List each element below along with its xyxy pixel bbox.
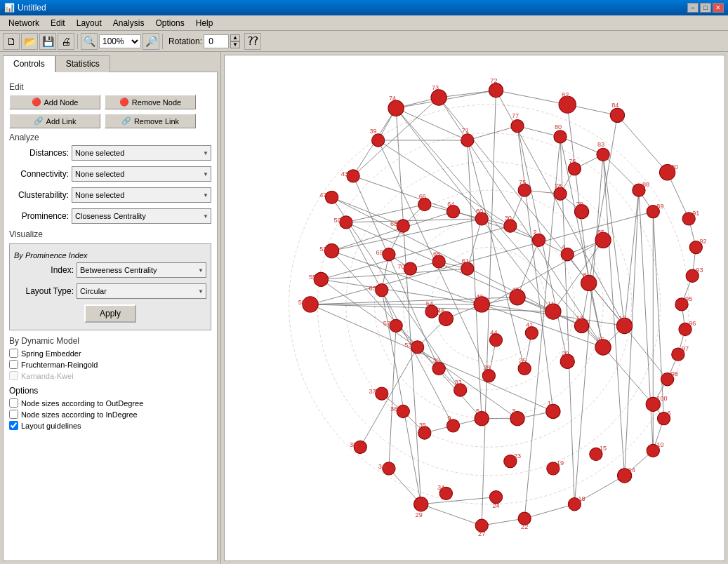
svg-line-128 xyxy=(468,219,482,269)
svg-point-268 xyxy=(397,405,409,417)
svg-line-7 xyxy=(421,504,482,526)
zoom-tool-button[interactable]: 🔎 xyxy=(143,33,159,50)
svg-text:42: 42 xyxy=(476,293,483,300)
tab-controls[interactable]: Controls xyxy=(3,55,55,72)
zoom-out-button[interactable]: 🔍 xyxy=(81,33,98,50)
svg-line-99 xyxy=(653,212,663,419)
svg-point-246 xyxy=(390,319,402,332)
rotation-down[interactable]: ▼ xyxy=(230,41,240,48)
svg-text:16: 16 xyxy=(597,336,604,343)
connectivity-select[interactable]: None selected xyxy=(72,166,211,182)
svg-text:37: 37 xyxy=(369,388,376,395)
menu-network[interactable]: Network xyxy=(3,17,45,29)
svg-point-148 xyxy=(325,191,338,203)
menu-analysis[interactable]: Analysis xyxy=(107,17,150,29)
print-button[interactable]: 🖨 xyxy=(58,33,74,50)
add-link-button[interactable]: 🔗 Add Link xyxy=(9,114,100,128)
svg-text:80: 80 xyxy=(555,123,562,130)
clusterability-select-wrapper: None selected xyxy=(72,187,211,203)
svg-text:2: 2 xyxy=(533,229,536,236)
svg-text:20: 20 xyxy=(562,350,569,357)
canvas-area[interactable]: 29 34 38 58 55 52 50 47 43 39 xyxy=(224,55,725,561)
rotation-up[interactable]: ▲ xyxy=(230,34,240,41)
options-section: Options Node sizes according to OutDegre… xyxy=(9,386,211,430)
svg-text:10: 10 xyxy=(656,441,663,448)
by-prominence-label: By Prominence Index xyxy=(14,251,206,260)
svg-text:82: 82 xyxy=(562,91,569,98)
kamanda-checkbox[interactable] xyxy=(9,371,18,380)
svg-text:52: 52 xyxy=(319,246,326,253)
add-node-button[interactable]: 🔴 Add Node xyxy=(9,95,100,109)
svg-line-103 xyxy=(396,108,421,504)
analyze-section-label: Analyze xyxy=(9,133,211,142)
window-title: 📊 Untitled xyxy=(4,3,46,13)
remove-link-icon: 🔗 xyxy=(121,116,131,126)
svg-text:69: 69 xyxy=(376,249,383,256)
svg-point-248 xyxy=(411,341,423,354)
svg-text:30: 30 xyxy=(505,215,512,222)
svg-text:65: 65 xyxy=(433,250,440,257)
zoom-box: 100% 50% 75% 125% 150% xyxy=(99,34,141,48)
minimize-button[interactable]: − xyxy=(687,3,699,13)
menu-layout[interactable]: Layout xyxy=(71,17,107,29)
tab-statistics[interactable]: Statistics xyxy=(55,55,110,72)
svg-text:92: 92 xyxy=(699,238,706,245)
remove-link-button[interactable]: 🔗 Remove Link xyxy=(105,114,196,128)
svg-line-28 xyxy=(524,504,574,518)
svg-text:68: 68 xyxy=(390,220,397,227)
menu-options[interactable]: Options xyxy=(150,17,190,29)
svg-line-102 xyxy=(360,347,417,447)
svg-point-162 xyxy=(511,119,524,132)
menu-help[interactable]: Help xyxy=(190,17,219,29)
close-button[interactable]: ✕ xyxy=(713,3,724,13)
layout-type-select[interactable]: Circular Random Level xyxy=(77,283,206,299)
clusterability-select[interactable]: None selected xyxy=(72,187,211,203)
svg-point-160 xyxy=(461,134,474,147)
svg-text:77: 77 xyxy=(512,112,519,119)
menu-edit[interactable]: Edit xyxy=(45,17,71,29)
svg-text:54: 54 xyxy=(426,300,433,307)
svg-text:36: 36 xyxy=(390,405,397,412)
svg-text:34: 34 xyxy=(437,484,444,491)
svg-line-51 xyxy=(560,137,603,154)
titlebar: 📊 Untitled − □ ✕ xyxy=(0,0,728,15)
svg-text:19: 19 xyxy=(557,459,564,466)
svg-text:71: 71 xyxy=(462,127,469,134)
guidelines-checkbox[interactable] xyxy=(9,421,18,430)
outdegree-checkbox[interactable] xyxy=(9,398,18,408)
distances-row: Distances: None selected xyxy=(9,145,211,161)
save-button[interactable]: 💾 xyxy=(39,33,56,50)
open-button[interactable]: 📂 xyxy=(21,33,38,50)
svg-text:27: 27 xyxy=(478,530,485,537)
main-container: Controls Statistics Edit 🔴 Add Node 🔴 Re… xyxy=(0,52,728,564)
indegree-row: Node sizes according to InDegree xyxy=(9,410,211,419)
spring-embedder-checkbox[interactable] xyxy=(9,349,18,358)
window-controls[interactable]: − □ ✕ xyxy=(687,3,724,13)
indegree-checkbox[interactable] xyxy=(9,410,18,419)
rotation-input[interactable] xyxy=(204,34,229,48)
toolbar: 🗋 📂 💾 🖨 🔍 100% 50% 75% 125% 150% 🔎 Rotat… xyxy=(0,31,728,52)
index-select[interactable]: Betweeness Centrality Closeness Centrali… xyxy=(77,262,206,278)
dynamic-model-label: By Dynamic Model xyxy=(9,336,211,346)
zoom-select[interactable]: 100% 50% 75% 125% 150% xyxy=(99,34,141,48)
svg-point-242 xyxy=(383,248,395,261)
svg-text:97: 97 xyxy=(682,345,689,352)
svg-text:15: 15 xyxy=(600,445,607,452)
remove-node-button[interactable]: 🔴 Remove Node xyxy=(105,95,196,109)
new-button[interactable]: 🗋 xyxy=(3,33,20,50)
fruchterman-checkbox[interactable] xyxy=(9,360,18,369)
prominence-select[interactable]: Closeness Centrality Betweeness Centrali… xyxy=(72,208,211,224)
distances-select[interactable]: None selected xyxy=(72,145,211,161)
connectivity-row: Connectivity: None selected xyxy=(9,166,211,182)
help-button[interactable]: ⁇ xyxy=(244,33,261,50)
svg-text:91: 91 xyxy=(692,210,699,217)
svg-text:3: 3 xyxy=(512,408,515,415)
maximize-button[interactable]: □ xyxy=(700,3,711,13)
rotation-spin[interactable]: ▲ ▼ xyxy=(230,34,240,48)
svg-text:25: 25 xyxy=(519,357,526,364)
connectivity-label: Connectivity: xyxy=(9,169,69,179)
svg-point-134 xyxy=(414,497,428,511)
distances-label: Distances: xyxy=(9,148,69,158)
svg-point-244 xyxy=(376,283,388,296)
apply-button[interactable]: Apply xyxy=(84,304,136,323)
